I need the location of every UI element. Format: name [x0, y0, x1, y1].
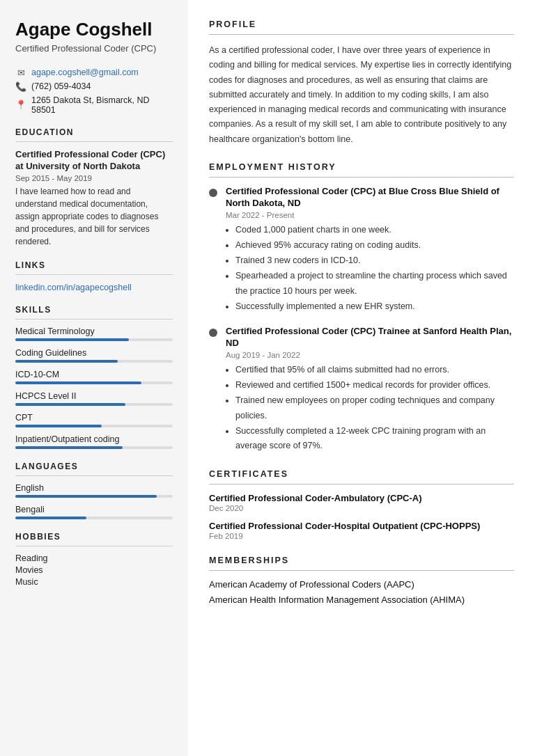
- profile-text: As a certified professional coder, I hav…: [209, 43, 514, 147]
- candidate-title: Certified Professional Coder (CPC): [15, 42, 173, 55]
- employment-content: Certified Professional Coder (CPC) at Bl…: [226, 186, 514, 315]
- memberships-section-title: Memberships: [209, 556, 514, 565]
- candidate-name: Agape Cogshell: [15, 19, 173, 40]
- sidebar: Agape Cogshell Certified Professional Co…: [0, 0, 188, 756]
- profile-section-title: Profile: [209, 19, 514, 29]
- skill-bar-fill: [15, 446, 123, 449]
- skill-item: Coding Guidelines: [15, 348, 173, 363]
- employment-item: Certified Professional Coder (CPC) at Bl…: [209, 186, 514, 315]
- employment-bullet: Spearheaded a project to streamline the …: [235, 269, 514, 299]
- education-description: I have learned how to read and understan…: [15, 185, 173, 248]
- skill-bar-bg: [15, 425, 173, 427]
- contact-address: 📍 1265 Dakota St, Bismarck, ND 58501: [15, 95, 173, 115]
- skill-bar-bg: [15, 446, 173, 449]
- skill-bar-fill: [15, 425, 102, 427]
- language-item: Bengali: [15, 505, 173, 519]
- language-label: Bengali: [15, 505, 173, 514]
- employment-bullet: Trained new employees on proper coding t…: [235, 393, 514, 423]
- links-section-title: Links: [15, 260, 173, 270]
- skill-bar-bg: [15, 360, 173, 363]
- employment-item: Certified Professional Coder (CPC) Train…: [209, 326, 514, 454]
- employment-content: Certified Professional Coder (CPC) Train…: [226, 326, 514, 454]
- certificate-date: Dec 2020: [209, 504, 514, 512]
- language-label: English: [15, 483, 173, 493]
- employment-dates: Aug 2019 - Jan 2022: [226, 351, 514, 359]
- languages-divider: [15, 475, 173, 476]
- address-text: 1265 Dakota St, Bismarck, ND 58501: [31, 95, 173, 115]
- hobby-item: Music: [15, 577, 173, 587]
- profile-divider: [209, 34, 514, 35]
- skill-bar-bg: [15, 338, 173, 341]
- certificate-item: Certified Professional Coder-Hospital Ou…: [209, 521, 514, 540]
- skill-item: HCPCS Level II: [15, 391, 173, 406]
- skill-bar-fill: [15, 338, 129, 341]
- hobbies-list: ReadingMoviesMusic: [15, 553, 173, 587]
- skill-label: Coding Guidelines: [15, 348, 173, 358]
- employment-title: Certified Professional Coder (CPC) Train…: [226, 326, 514, 349]
- certificates-section-title: Certificates: [209, 469, 514, 479]
- employment-dates: Mar 2022 - Present: [226, 211, 514, 219]
- skills-section-title: Skills: [15, 305, 173, 315]
- employment-bullets: Coded 1,000 patient charts in one week.A…: [226, 223, 514, 315]
- certificate-name: Certified Professional Coder-Ambulatory …: [209, 493, 514, 503]
- employment-bullet: Coded 1,000 patient charts in one week.: [235, 223, 514, 237]
- certificate-item: Certified Professional Coder-Ambulatory …: [209, 493, 514, 512]
- email-link[interactable]: agape.cogshell@gmail.com: [31, 68, 139, 77]
- education-title: Certified Professional Coder (CPC) at Un…: [15, 149, 173, 173]
- certificate-date: Feb 2019: [209, 532, 514, 540]
- memberships-divider: [209, 570, 514, 571]
- language-bar-bg: [15, 517, 173, 519]
- hobbies-section-title: Hobbies: [15, 532, 173, 542]
- location-icon: 📍: [15, 100, 26, 110]
- employment-bullet: Trained 3 new coders in ICD-10.: [235, 253, 514, 268]
- hobby-item: Movies: [15, 565, 173, 575]
- employment-bullet: Successfully completed a 12-week CPC tra…: [235, 424, 514, 454]
- employment-dot: [209, 329, 217, 337]
- language-item: English: [15, 483, 173, 498]
- skill-bar-fill: [15, 360, 118, 363]
- hobbies-divider: [15, 546, 173, 546]
- language-bar-fill: [15, 495, 157, 498]
- skill-item: Medical Terminology: [15, 326, 173, 341]
- employment-bullets: Certified that 95% of all claims submitt…: [226, 363, 514, 454]
- skill-bar-bg: [15, 381, 173, 384]
- link-item-linkedin: linkedin.com/in/agapecogshell: [15, 282, 173, 292]
- skill-bar-fill: [15, 381, 141, 384]
- education-dates: Sep 2015 - May 2019: [15, 174, 173, 182]
- memberships-list: American Academy of Professional Coders …: [209, 579, 514, 605]
- skills-divider: [15, 319, 173, 320]
- employment-title: Certified Professional Coder (CPC) at Bl…: [226, 186, 514, 210]
- skill-item: ICD-10-CM: [15, 370, 173, 384]
- links-divider: [15, 274, 173, 275]
- certificates-list: Certified Professional Coder-Ambulatory …: [209, 493, 514, 540]
- contact-email: ✉ agape.cogshell@gmail.com: [15, 68, 173, 78]
- membership-item: American Academy of Professional Coders …: [209, 579, 514, 590]
- skills-list: Medical Terminology Coding Guidelines IC…: [15, 326, 173, 449]
- skill-label: ICD-10-CM: [15, 370, 173, 379]
- employment-bullet: Successfully implemented a new EHR syste…: [235, 299, 514, 314]
- employment-bullet: Certified that 95% of all claims submitt…: [235, 363, 514, 377]
- education-divider: [15, 141, 173, 142]
- phone-icon: 📞: [15, 81, 26, 92]
- skill-label: Inpatient/Outpatient coding: [15, 434, 173, 444]
- language-bar-fill: [15, 517, 86, 519]
- certificates-divider: [209, 484, 514, 485]
- skill-label: CPT: [15, 413, 173, 423]
- skill-item: Inpatient/Outpatient coding: [15, 434, 173, 449]
- employment-dot: [209, 189, 217, 197]
- employment-bullet: Achieved 95% accuracy rating on coding a…: [235, 238, 514, 253]
- education-section-title: Education: [15, 127, 173, 137]
- membership-item: American Health Information Management A…: [209, 594, 514, 605]
- employment-section-title: Employment History: [209, 162, 514, 172]
- contact-phone: 📞 (762) 059-4034: [15, 81, 173, 92]
- skill-item: CPT: [15, 413, 173, 427]
- certificate-name: Certified Professional Coder-Hospital Ou…: [209, 521, 514, 531]
- skill-bar-bg: [15, 403, 173, 406]
- linkedin-link[interactable]: linkedin.com/in/agapecogshell: [15, 283, 132, 292]
- language-bar-bg: [15, 495, 173, 498]
- hobby-item: Reading: [15, 553, 173, 563]
- employment-list: Certified Professional Coder (CPC) at Bl…: [209, 186, 514, 455]
- skill-bar-fill: [15, 403, 125, 406]
- main-content: Profile As a certified professional code…: [188, 0, 535, 756]
- email-icon: ✉: [15, 68, 26, 78]
